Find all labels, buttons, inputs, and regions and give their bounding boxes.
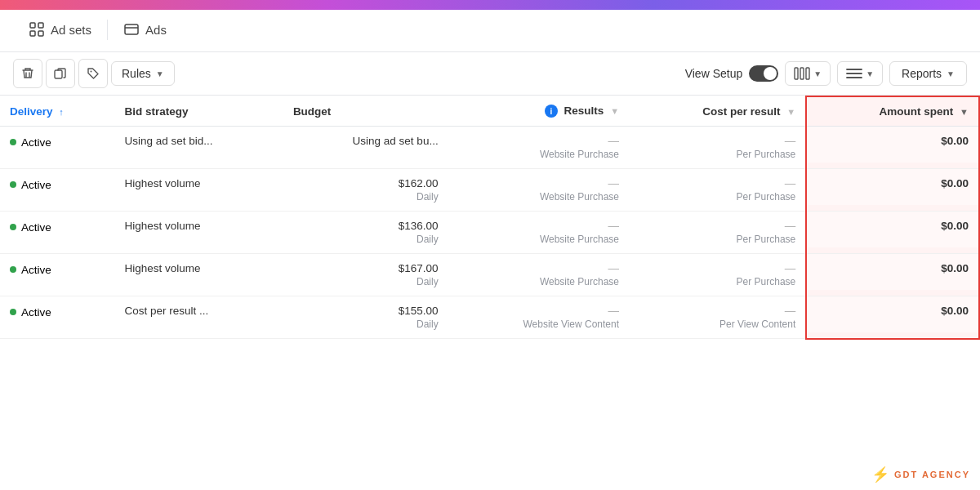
active-dot bbox=[10, 309, 16, 315]
amount-value: $0.00 bbox=[817, 135, 969, 147]
results-value: — bbox=[458, 135, 619, 147]
breakdown-chevron-icon: ▼ bbox=[866, 69, 874, 78]
cell-cost-per-result: —Per Purchase bbox=[629, 254, 806, 296]
table-row[interactable]: ActiveHighest volume$136.00Daily—Website… bbox=[0, 212, 979, 254]
cell-amount-spent: $0.00 bbox=[806, 169, 979, 212]
cell-amount-spent: $0.00 bbox=[806, 296, 979, 339]
table-row[interactable]: ActiveUsing ad set bid...Using ad set bu… bbox=[0, 127, 979, 169]
cell-amount-spent: $0.00 bbox=[806, 254, 979, 296]
cell-delivery: Active bbox=[0, 212, 114, 254]
bid-strategy-value: Using ad set bid... bbox=[124, 135, 273, 147]
watermark: ⚡ GDT AGENCY bbox=[871, 466, 970, 483]
table-row[interactable]: ActiveCost per result ...$155.00Daily—We… bbox=[0, 296, 979, 339]
cell-budget: Using ad set bu... bbox=[283, 127, 448, 169]
duplicate-button[interactable] bbox=[46, 59, 75, 88]
svg-rect-4 bbox=[125, 24, 138, 34]
results-value: — bbox=[458, 305, 619, 317]
table-row[interactable]: ActiveHighest volume$167.00Daily—Website… bbox=[0, 254, 979, 296]
bid-strategy-value: Highest volume bbox=[124, 177, 273, 189]
header-cost-per-result[interactable]: Cost per result ▼ bbox=[629, 96, 806, 127]
reports-button[interactable]: Reports ▼ bbox=[889, 61, 967, 86]
cell-budget: $162.00Daily bbox=[283, 169, 448, 212]
svg-point-7 bbox=[91, 71, 92, 73]
budget-value: $155.00 bbox=[293, 305, 439, 317]
svg-rect-6 bbox=[55, 70, 62, 78]
budget-value: $136.00 bbox=[293, 220, 439, 232]
active-dot bbox=[10, 224, 16, 230]
amount-value: $0.00 bbox=[817, 262, 969, 274]
svg-rect-10 bbox=[806, 68, 809, 79]
cell-results: —Website Purchase bbox=[448, 212, 629, 254]
cell-bid-strategy: Highest volume bbox=[114, 169, 283, 212]
delivery-status: Active bbox=[21, 306, 51, 318]
delivery-status: Active bbox=[21, 179, 51, 191]
tag-button[interactable] bbox=[78, 59, 108, 88]
cost-value: — bbox=[639, 262, 795, 274]
cell-bid-strategy: Using ad set bid... bbox=[114, 127, 283, 169]
columns-button[interactable]: ▼ bbox=[785, 61, 831, 86]
svg-rect-8 bbox=[795, 68, 798, 79]
results-sub: Website Purchase bbox=[458, 191, 619, 203]
budget-sub: Daily bbox=[293, 191, 439, 203]
cell-results: —Website Purchase bbox=[448, 169, 629, 212]
tab-ads[interactable]: Ads bbox=[108, 10, 183, 52]
header-budget[interactable]: Budget bbox=[283, 96, 448, 127]
delete-button[interactable] bbox=[13, 59, 42, 88]
svg-rect-0 bbox=[30, 23, 35, 28]
cost-sort-icon: ▼ bbox=[786, 107, 795, 117]
cost-sub: Per Purchase bbox=[639, 149, 795, 160]
cell-results: —Website Purchase bbox=[448, 127, 629, 169]
delivery-status: Active bbox=[21, 221, 51, 234]
cell-budget: $167.00Daily bbox=[283, 254, 448, 296]
cell-cost-per-result: —Per Purchase bbox=[629, 212, 806, 254]
results-sort-icon: ▼ bbox=[610, 106, 619, 116]
cost-value: — bbox=[639, 177, 795, 189]
header-delivery[interactable]: Delivery ↑ bbox=[0, 96, 114, 127]
cell-cost-per-result: —Per Purchase bbox=[629, 127, 806, 169]
cell-cost-per-result: —Per View Content bbox=[629, 296, 806, 339]
table-header-row: Delivery ↑ Bid strategy Budget i Results… bbox=[0, 96, 979, 127]
budget-sub: Daily bbox=[293, 276, 439, 287]
tab-adsets-label: Ad sets bbox=[51, 23, 91, 37]
data-table: Delivery ↑ Bid strategy Budget i Results… bbox=[0, 96, 980, 340]
svg-rect-2 bbox=[30, 31, 35, 36]
view-setup-label: View Setup bbox=[685, 67, 743, 80]
cell-results: —Website Purchase bbox=[448, 254, 629, 296]
sort-up-icon: ↑ bbox=[59, 107, 64, 117]
table-body: ActiveUsing ad set bid...Using ad set bu… bbox=[0, 127, 979, 339]
budget-sub: Daily bbox=[293, 234, 439, 245]
tabs-bar: Ad sets Ads bbox=[0, 10, 980, 52]
table-row[interactable]: ActiveHighest volume$162.00Daily—Website… bbox=[0, 169, 979, 212]
main-container: Ad sets Ads bbox=[0, 10, 980, 490]
gradient-bar bbox=[0, 0, 980, 10]
ad-icon bbox=[124, 22, 139, 37]
budget-sub: Daily bbox=[293, 318, 439, 330]
amount-value: $0.00 bbox=[817, 220, 969, 232]
view-setup-toggle[interactable] bbox=[749, 65, 778, 82]
budget-value: $162.00 bbox=[293, 177, 439, 189]
budget-value: Using ad set bu... bbox=[293, 135, 439, 147]
amount-value: $0.00 bbox=[817, 305, 969, 317]
cell-budget: $155.00Daily bbox=[283, 296, 448, 339]
cost-value: — bbox=[639, 305, 795, 317]
amount-sort-icon: ▼ bbox=[960, 107, 969, 117]
results-sub: Website Purchase bbox=[458, 276, 619, 287]
rules-label: Rules bbox=[122, 67, 151, 80]
tab-adsets[interactable]: Ad sets bbox=[13, 10, 108, 52]
results-value: — bbox=[458, 177, 619, 189]
toolbar: Rules ▼ View Setup ▼ bbox=[0, 52, 980, 96]
cell-delivery: Active bbox=[0, 296, 114, 339]
rules-button[interactable]: Rules ▼ bbox=[111, 61, 175, 86]
amount-value: $0.00 bbox=[817, 177, 969, 189]
bid-strategy-value: Cost per result ... bbox=[124, 305, 273, 317]
breakdown-button[interactable]: ▼ bbox=[837, 61, 883, 86]
header-results[interactable]: i Results ▼ bbox=[448, 96, 629, 127]
budget-value: $167.00 bbox=[293, 262, 439, 274]
toolbar-right: View Setup ▼ ▼ Reports bbox=[685, 61, 967, 86]
view-setup-area: View Setup bbox=[685, 65, 779, 82]
bid-strategy-value: Highest volume bbox=[124, 220, 273, 232]
header-bid-strategy[interactable]: Bid strategy bbox=[114, 96, 283, 127]
header-amount-spent[interactable]: Amount spent ▼ bbox=[806, 96, 979, 127]
rules-chevron-icon: ▼ bbox=[156, 69, 164, 78]
svg-rect-1 bbox=[38, 23, 43, 28]
